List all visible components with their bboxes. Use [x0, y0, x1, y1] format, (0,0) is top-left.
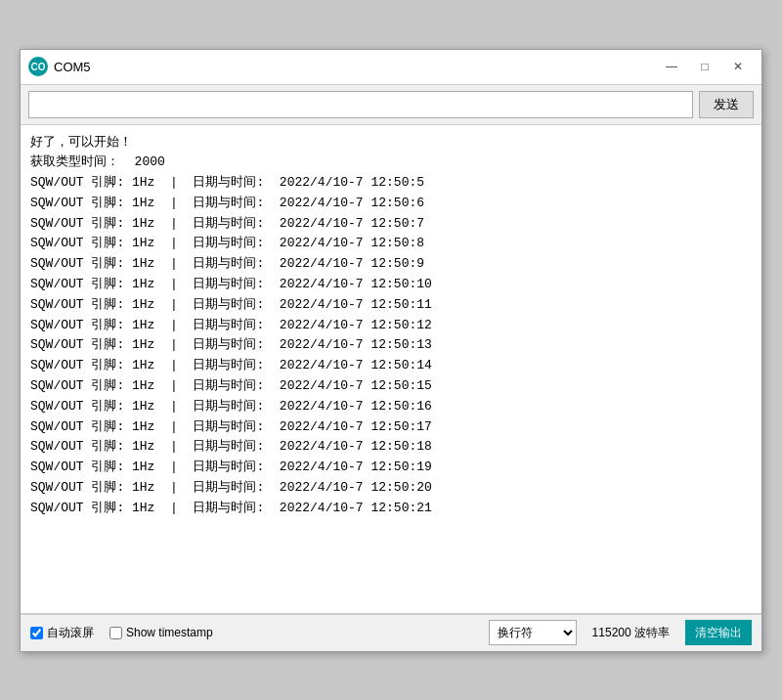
output-line: SQW/OUT 引脚: 1Hz | 日期与时间: 2022/4/10-7 12:…	[30, 254, 752, 275]
timestamp-checkbox[interactable]	[109, 627, 122, 639]
baud-rate-label: 115200 波特率	[592, 625, 670, 641]
maximize-button[interactable]: □	[689, 55, 720, 78]
output-line: SQW/OUT 引脚: 1Hz | 日期与时间: 2022/4/10-7 12:…	[30, 437, 752, 458]
title-bar-left: CO COM5	[28, 57, 91, 76]
output-line: SQW/OUT 引脚: 1Hz | 日期与时间: 2022/4/10-7 12:…	[30, 458, 752, 478]
status-bar: 自动滚屏 Show timestamp 换行符无行结束符回车符两者都有 1152…	[21, 614, 761, 651]
clear-output-button[interactable]: 清空输出	[685, 620, 752, 645]
timestamp-group: Show timestamp	[109, 626, 213, 639]
output-line: SQW/OUT 引脚: 1Hz | 日期与时间: 2022/4/10-7 12:…	[30, 234, 752, 254]
output-line: 获取类型时间： 2000	[30, 153, 752, 173]
output-line: SQW/OUT 引脚: 1Hz | 日期与时间: 2022/4/10-7 12:…	[30, 356, 752, 376]
output-line: SQW/OUT 引脚: 1Hz | 日期与时间: 2022/4/10-7 12:…	[30, 173, 752, 194]
output-area: 好了，可以开始！获取类型时间： 2000SQW/OUT 引脚: 1Hz | 日期…	[21, 125, 761, 614]
close-button[interactable]: ✕	[722, 55, 754, 78]
app-icon-text: CO	[31, 62, 46, 72]
output-line: SQW/OUT 引脚: 1Hz | 日期与时间: 2022/4/10-7 12:…	[30, 376, 752, 397]
autoscroll-checkbox[interactable]	[30, 627, 43, 639]
output-line: SQW/OUT 引脚: 1Hz | 日期与时间: 2022/4/10-7 12:…	[30, 316, 752, 336]
output-line: SQW/OUT 引脚: 1Hz | 日期与时间: 2022/4/10-7 12:…	[30, 194, 752, 214]
app-icon: CO	[28, 57, 48, 76]
timestamp-label[interactable]: Show timestamp	[126, 626, 213, 639]
autoscroll-label[interactable]: 自动滚屏	[47, 625, 94, 641]
message-input[interactable]	[28, 91, 693, 118]
line-ending-select[interactable]: 换行符无行结束符回车符两者都有	[489, 620, 577, 645]
window-title: COM5	[54, 60, 91, 74]
output-line: SQW/OUT 引脚: 1Hz | 日期与时间: 2022/4/10-7 12:…	[30, 417, 752, 438]
output-line: SQW/OUT 引脚: 1Hz | 日期与时间: 2022/4/10-7 12:…	[30, 478, 752, 499]
toolbar: 发送	[21, 85, 761, 125]
autoscroll-group: 自动滚屏	[30, 625, 94, 641]
output-line: SQW/OUT 引脚: 1Hz | 日期与时间: 2022/4/10-7 12:…	[30, 295, 752, 316]
output-line: SQW/OUT 引脚: 1Hz | 日期与时间: 2022/4/10-7 12:…	[30, 499, 752, 519]
serial-monitor-window: CO COM5 — □ ✕ 发送 好了，可以开始！获取类型时间： 2000SQW…	[20, 49, 762, 652]
output-line: SQW/OUT 引脚: 1Hz | 日期与时间: 2022/4/10-7 12:…	[30, 275, 752, 295]
output-line: SQW/OUT 引脚: 1Hz | 日期与时间: 2022/4/10-7 12:…	[30, 214, 752, 235]
minimize-button[interactable]: —	[656, 55, 687, 78]
title-bar-controls: — □ ✕	[656, 55, 754, 78]
title-bar: CO COM5 — □ ✕	[21, 50, 761, 85]
output-line: 好了，可以开始！	[30, 133, 752, 153]
send-button[interactable]: 发送	[699, 91, 754, 118]
output-line: SQW/OUT 引脚: 1Hz | 日期与时间: 2022/4/10-7 12:…	[30, 397, 752, 417]
output-line: SQW/OUT 引脚: 1Hz | 日期与时间: 2022/4/10-7 12:…	[30, 335, 752, 356]
